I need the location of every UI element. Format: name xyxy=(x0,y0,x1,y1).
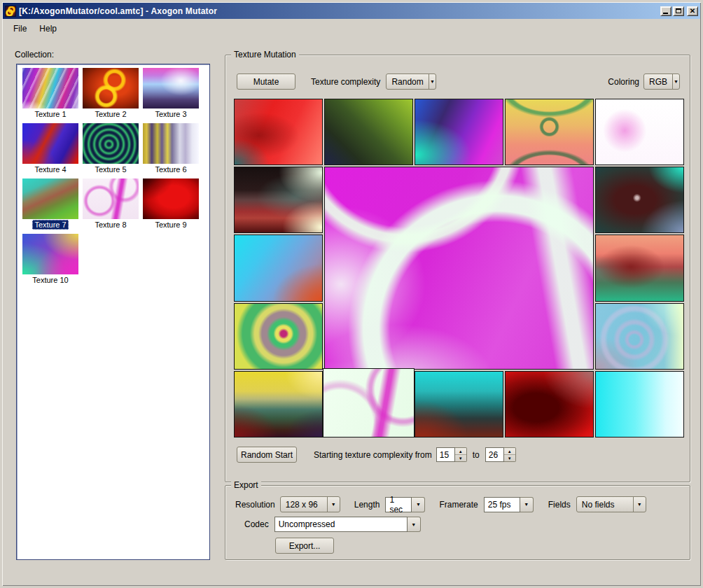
codec-dropdown[interactable]: Uncompressed ▼ xyxy=(274,517,421,532)
texture-complexity-value: Random xyxy=(387,74,428,89)
mutation-tile-right-1[interactable] xyxy=(595,167,684,233)
framerate-dropdown[interactable]: 25 fps ▼ xyxy=(484,497,534,512)
complexity-from-spinner[interactable]: 15 ▲ ▼ xyxy=(436,447,467,462)
mutation-tile-bottom-5[interactable] xyxy=(595,371,684,438)
coloring-label: Coloring xyxy=(608,77,639,87)
mutation-tile-top-2[interactable] xyxy=(324,99,413,165)
titlebar[interactable]: [K:/AxogonMutator/cool.amtc] - Axogon Mu… xyxy=(3,3,700,19)
collection-item-5[interactable]: Texture 5 xyxy=(81,123,141,175)
minimize-button[interactable] xyxy=(660,6,671,16)
texture-6-thumbnail xyxy=(143,123,199,164)
collection-item-4[interactable]: Texture 4 xyxy=(20,123,81,175)
collection-item-1[interactable]: Texture 1 xyxy=(20,68,81,120)
export-button[interactable]: Export... xyxy=(275,538,334,554)
close-button[interactable]: ✕ xyxy=(687,6,698,16)
mutation-tile-bottom-2-texture xyxy=(323,369,414,437)
texture-8-thumbnail xyxy=(83,178,139,219)
mutation-grid xyxy=(234,99,684,438)
mutation-tile-bottom-3[interactable] xyxy=(415,371,503,438)
collection-item-2[interactable]: Texture 2 xyxy=(81,68,141,120)
chevron-down-icon[interactable]: ▼ xyxy=(412,497,425,512)
menubar: File Help xyxy=(3,19,700,38)
minimize-icon xyxy=(663,13,668,14)
mutation-tile-top-3[interactable] xyxy=(415,99,503,165)
menu-help[interactable]: Help xyxy=(33,22,63,36)
resolution-dropdown[interactable]: 128 x 96 ▼ xyxy=(280,496,340,512)
chevron-down-icon: ▼ xyxy=(429,74,436,89)
mutation-tile-right-2[interactable] xyxy=(595,234,684,301)
complexity-to-spinner[interactable]: 26 ▲ ▼ xyxy=(485,447,516,462)
chevron-down-icon: ▼ xyxy=(633,497,646,512)
collection-item-3[interactable]: Texture 3 xyxy=(141,68,201,120)
texture-7-thumbnail xyxy=(22,178,78,219)
texture-5-thumbnail xyxy=(83,123,139,164)
length-dropdown[interactable]: 1 sec ▼ xyxy=(385,497,425,512)
collection-item-8[interactable]: Texture 8 xyxy=(81,178,141,230)
collection-item-9[interactable]: Texture 9 xyxy=(141,178,201,230)
collection-item-6[interactable]: Texture 6 xyxy=(141,123,201,175)
resolution-label: Resolution xyxy=(235,500,275,510)
spin-down-icon[interactable]: ▼ xyxy=(455,455,466,461)
mutation-tile-right-3[interactable] xyxy=(595,303,684,370)
chevron-down-icon[interactable]: ▼ xyxy=(408,517,421,532)
mutation-tile-left-2[interactable] xyxy=(234,234,323,301)
mutation-tile-bottom-2[interactable] xyxy=(323,368,415,438)
mutation-tile-top-4[interactable] xyxy=(505,99,594,165)
texture-1-thumbnail xyxy=(22,68,78,108)
framerate-value: 25 fps xyxy=(484,497,520,512)
starting-complexity-label: Starting texture complexity from xyxy=(314,450,432,460)
fields-dropdown[interactable]: No fields ▼ xyxy=(576,496,646,512)
coloring-dropdown[interactable]: RGB ▼ xyxy=(643,74,680,90)
texture-10-thumbnail xyxy=(22,234,78,274)
texture-3-label: Texture 3 xyxy=(153,109,188,119)
texture-6-label: Texture 6 xyxy=(153,164,188,174)
complexity-to-value: 26 xyxy=(485,447,504,462)
mutation-tile-bottom-4[interactable] xyxy=(505,371,594,438)
app-window: [K:/AxogonMutator/cool.amtc] - Axogon Mu… xyxy=(0,0,703,588)
texture-7-label-selected: Texture 7 xyxy=(32,220,68,230)
texture-mutation-group: Texture Mutation Mutate Texture complexi… xyxy=(225,55,690,482)
texture-3-thumbnail xyxy=(143,68,199,108)
texture-2-label: Texture 2 xyxy=(92,109,128,119)
maximize-button[interactable] xyxy=(673,6,684,16)
codec-value: Uncompressed xyxy=(274,517,408,532)
mutate-button[interactable]: Mutate xyxy=(237,74,295,90)
mutation-tile-left-1[interactable] xyxy=(234,167,323,233)
maximize-icon xyxy=(676,8,681,13)
to-label: to xyxy=(473,450,480,460)
chevron-down-icon[interactable]: ▼ xyxy=(520,497,534,512)
spin-down-icon[interactable]: ▼ xyxy=(504,455,515,461)
spin-up-icon[interactable]: ▲ xyxy=(504,448,515,455)
mutation-tile-top-1[interactable] xyxy=(234,99,323,165)
mutation-preview-center[interactable] xyxy=(324,167,594,370)
codec-label: Codec xyxy=(244,519,269,529)
texture-complexity-dropdown[interactable]: Random ▼ xyxy=(386,74,436,90)
export-group-label: Export xyxy=(231,480,261,490)
mutation-tile-bottom-1[interactable] xyxy=(234,371,323,438)
collection-item-10[interactable]: Texture 10 xyxy=(20,234,81,286)
texture-complexity-label: Texture complexity xyxy=(311,77,380,87)
texture-8-label: Texture 8 xyxy=(92,220,128,230)
menu-file[interactable]: File xyxy=(7,22,33,36)
complexity-from-value: 15 xyxy=(436,447,455,462)
window-title: [K:/AxogonMutator/cool.amtc] - Axogon Mu… xyxy=(19,6,659,16)
collection-listbox[interactable]: Texture 1 Texture 2 Texture 3 Texture 4 … xyxy=(16,64,210,560)
close-icon: ✕ xyxy=(690,8,695,15)
texture-mutation-group-label: Texture Mutation xyxy=(231,50,299,59)
framerate-label: Framerate xyxy=(439,500,478,510)
coloring-value: RGB xyxy=(644,74,672,89)
mutation-tile-top-5[interactable] xyxy=(595,99,684,165)
resolution-value: 128 x 96 xyxy=(281,497,327,512)
chevron-down-icon: ▼ xyxy=(672,74,679,89)
chevron-down-icon: ▼ xyxy=(327,497,340,512)
app-icon xyxy=(5,6,16,17)
texture-2-thumbnail xyxy=(83,68,139,108)
spin-up-icon[interactable]: ▲ xyxy=(455,448,466,455)
texture-10-label: Texture 10 xyxy=(30,275,70,285)
export-group: Export Resolution 128 x 96 ▼ Length 1 se… xyxy=(225,485,690,560)
length-value: 1 sec xyxy=(385,497,412,512)
random-start-button[interactable]: Random Start xyxy=(237,447,297,463)
length-label: Length xyxy=(354,500,380,510)
collection-item-7[interactable]: Texture 7 xyxy=(20,178,81,230)
mutation-tile-left-3[interactable] xyxy=(234,303,323,370)
